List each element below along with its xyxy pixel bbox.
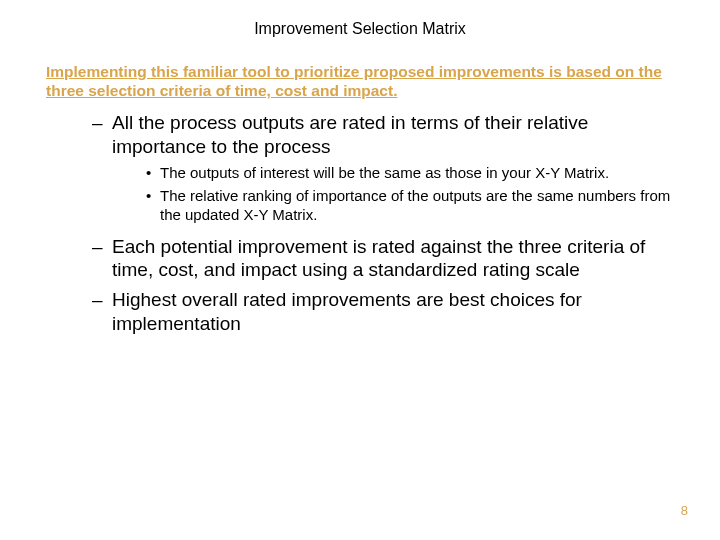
- list-item: The outputs of interest will be the same…: [146, 164, 682, 183]
- page-number: 8: [681, 503, 688, 518]
- list-item: Each potential improvement is rated agai…: [92, 235, 682, 283]
- slide-title: Improvement Selection Matrix: [38, 20, 682, 38]
- slide-subtitle: Implementing this familiar tool to prior…: [46, 62, 674, 101]
- bullet-text: Each potential improvement is rated agai…: [112, 236, 645, 281]
- slide-container: Improvement Selection Matrix Implementin…: [0, 0, 720, 540]
- bullet-text: The outputs of interest will be the same…: [160, 164, 609, 181]
- bullet-list-level2: The outputs of interest will be the same…: [146, 164, 682, 224]
- bullet-text: All the process outputs are rated in ter…: [112, 112, 588, 157]
- bullet-text: The relative ranking of importance of th…: [160, 187, 670, 223]
- bullet-list-level1: All the process outputs are rated in ter…: [92, 111, 682, 336]
- bullet-text: Highest overall rated improvements are b…: [112, 289, 582, 334]
- list-item: All the process outputs are rated in ter…: [92, 111, 682, 225]
- list-item: The relative ranking of importance of th…: [146, 187, 682, 225]
- list-item: Highest overall rated improvements are b…: [92, 288, 682, 336]
